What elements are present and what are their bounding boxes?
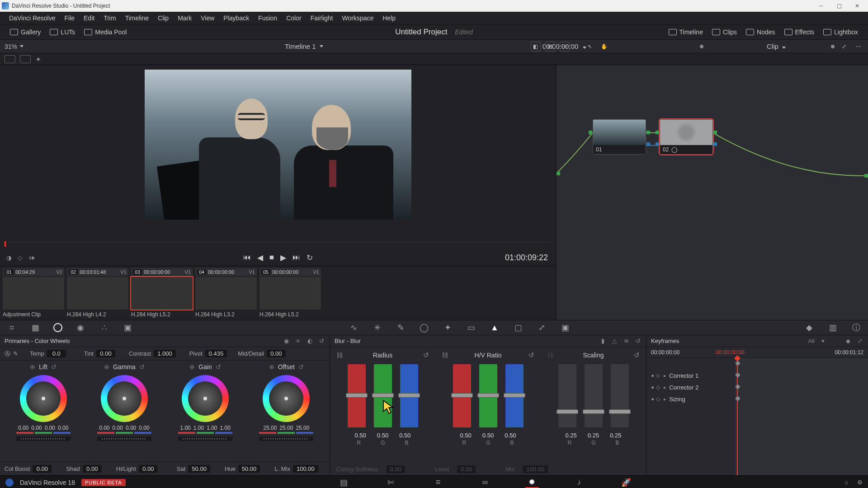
- lock-icon[interactable]: ●: [651, 384, 654, 390]
- enable-icon[interactable]: ◇: [656, 384, 660, 390]
- gain-color-wheel[interactable]: [182, 375, 229, 422]
- radius-b-slider[interactable]: [400, 364, 418, 427]
- scaling-reset-button[interactable]: ↺: [634, 351, 640, 359]
- graph-input-port[interactable]: [557, 172, 560, 175]
- radius-reset-button[interactable]: ↺: [423, 351, 429, 359]
- lock-icon[interactable]: ●: [651, 396, 654, 402]
- lift-reset-button[interactable]: ↺: [51, 363, 57, 371]
- clip-group-select[interactable]: Clip: [767, 42, 786, 50]
- go-last-button[interactable]: ⏭: [292, 253, 300, 262]
- temp-field[interactable]: 0.0: [47, 350, 66, 357]
- contrast-field[interactable]: 1.000: [154, 350, 176, 357]
- primaries-mode-wheels-button[interactable]: ◉: [283, 338, 290, 345]
- menu-clip[interactable]: Clip: [153, 14, 173, 22]
- colboost-field[interactable]: 0.00: [33, 465, 52, 473]
- loop-region-button[interactable]: ◇: [18, 254, 22, 261]
- lift-color-wheel[interactable]: [20, 375, 67, 422]
- radius-g-slider[interactable]: [374, 364, 392, 427]
- pointer-tool-button[interactable]: ↖: [585, 42, 595, 52]
- hv-link-button[interactable]: ⛓: [442, 352, 448, 359]
- primaries-mode-bars-button[interactable]: ≡: [294, 338, 302, 345]
- page-cut-button[interactable]: ✄: [384, 477, 398, 488]
- offset-master-wheel[interactable]: [259, 436, 313, 441]
- wheel-pre-icon[interactable]: ⊕: [104, 363, 109, 371]
- viewer-options-button[interactable]: ⋯: [560, 42, 570, 52]
- offset-values[interactable]: 25.0025.0025.00: [263, 425, 309, 431]
- node-output-alpha-port[interactable]: [713, 142, 717, 146]
- node-02[interactable]: 02◯: [660, 119, 713, 155]
- scaling-link-button[interactable]: ⛓: [547, 352, 553, 359]
- stop-button[interactable]: ■: [269, 253, 274, 262]
- viewer-area[interactable]: [0, 65, 556, 239]
- menu-davinci-resolve[interactable]: DaVinci Resolve: [5, 14, 60, 22]
- color-warper-button[interactable]: ✳: [372, 322, 382, 333]
- hv-g-value[interactable]: 0.50: [482, 432, 494, 439]
- pivot-field[interactable]: 0.435: [205, 350, 227, 357]
- menu-file[interactable]: File: [60, 14, 79, 22]
- gamma-color-wheel[interactable]: [101, 375, 148, 422]
- tracker-button[interactable]: ✦: [442, 322, 453, 333]
- node-01[interactable]: 01: [593, 119, 646, 155]
- gamma-reset-button[interactable]: ↺: [139, 363, 145, 371]
- keyframe-marker[interactable]: [735, 396, 740, 401]
- menu-edit[interactable]: Edit: [79, 14, 99, 22]
- node-output-rgb-port[interactable]: [713, 131, 717, 134]
- wheel-pre-icon[interactable]: ⊕: [269, 363, 274, 371]
- bypass-grades-button[interactable]: ◑: [6, 254, 11, 261]
- window-minimize-button[interactable]: ─: [812, 0, 830, 12]
- effects-panel-button[interactable]: Effects: [780, 27, 819, 38]
- radius-b-value[interactable]: 0.50: [399, 432, 410, 439]
- scopes-button[interactable]: ▥: [827, 322, 838, 333]
- menu-color[interactable]: Color: [282, 14, 306, 22]
- window-close-button[interactable]: ✕: [848, 0, 866, 12]
- step-back-button[interactable]: ◀: [257, 253, 263, 263]
- radius-r-value[interactable]: 0.50: [355, 432, 366, 439]
- gallery-button[interactable]: Gallery: [5, 27, 45, 38]
- node-input-rgb-port[interactable]: [589, 131, 592, 134]
- split-screen-button[interactable]: ⊞: [545, 42, 555, 52]
- kf-sizing-label[interactable]: Sizing: [669, 396, 685, 403]
- image-wipe-button[interactable]: ◧: [531, 42, 541, 52]
- node-output-alpha-port[interactable]: [646, 142, 650, 146]
- level-field[interactable]: 0.00: [457, 465, 476, 473]
- page-fusion-button[interactable]: ∞: [478, 477, 492, 488]
- page-edit-button[interactable]: ≡: [431, 477, 445, 488]
- pick-white-button[interactable]: ✎: [13, 350, 18, 357]
- motion-effects-button[interactable]: ▣: [122, 322, 133, 333]
- node-output-rgb-port[interactable]: [646, 131, 650, 134]
- window-maximize-button[interactable]: ▢: [830, 0, 848, 12]
- auto-balance-button[interactable]: Ⓐ: [5, 350, 10, 358]
- home-button[interactable]: ⌂: [844, 479, 848, 486]
- kf-corrector1-label[interactable]: Corrector 1: [669, 372, 698, 379]
- viewer-mode-dual-button[interactable]: [20, 55, 31, 63]
- project-settings-button[interactable]: ⚙: [857, 479, 863, 486]
- blur-reset-button[interactable]: ↺: [634, 338, 642, 345]
- hdr-wheels-button[interactable]: ◉: [75, 322, 86, 333]
- hv-r-slider[interactable]: [453, 364, 471, 427]
- menu-timeline[interactable]: Timeline: [121, 14, 153, 22]
- play-button[interactable]: ▶: [280, 253, 286, 263]
- nodes-panel-button[interactable]: Nodes: [741, 27, 779, 38]
- kf-corrector2-label[interactable]: Corrector 2: [669, 384, 698, 391]
- lmix-field[interactable]: 100.00: [293, 465, 318, 473]
- mute-button[interactable]: 🕪: [28, 254, 34, 261]
- lock-icon[interactable]: ●: [651, 372, 654, 379]
- node-input-alpha-port[interactable]: [656, 142, 659, 146]
- expand-nodes-button[interactable]: ⤢: [839, 42, 849, 52]
- scaling-r-value[interactable]: 0.25: [566, 432, 577, 439]
- hilight-field[interactable]: 0.00: [139, 465, 158, 473]
- chevron-right-icon[interactable]: ▸: [664, 396, 666, 402]
- 3d-button[interactable]: ▣: [560, 322, 571, 333]
- curves-button[interactable]: ∿: [348, 322, 359, 333]
- keyframes-filter-dropdown[interactable]: All: [808, 338, 815, 345]
- keyframe-marker[interactable]: [735, 384, 740, 389]
- mix-field[interactable]: 100.00: [523, 465, 548, 473]
- graph-output-port[interactable]: [864, 174, 868, 178]
- hv-b-slider[interactable]: [505, 364, 524, 427]
- wheel-pre-icon[interactable]: ⊕: [30, 363, 35, 371]
- clip-thumbnail[interactable]: 0200:03:01:48V1H.264 High L4.2: [67, 268, 128, 318]
- mediapool-button[interactable]: Media Pool: [80, 27, 131, 38]
- blur-mode-blur-button[interactable]: ▮: [599, 338, 606, 345]
- page-deliver-button[interactable]: 🚀: [619, 477, 633, 488]
- clip-thumbnail[interactable]: 0100:04:29V2Adjustment Clip: [3, 268, 64, 318]
